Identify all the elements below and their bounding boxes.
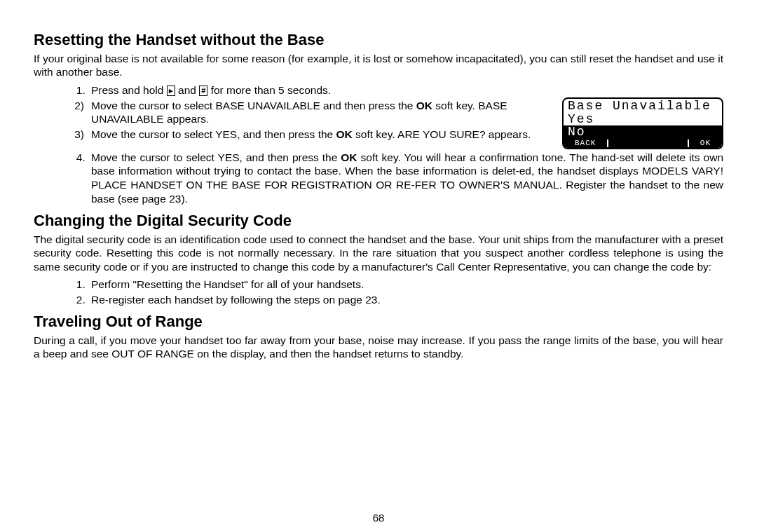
sec2-step-2: Re-register each handset by following th… (88, 293, 723, 307)
manual-page: Resetting the Handset without the Base I… (0, 0, 757, 532)
step-4: Move the cursor to select YES, and then … (88, 151, 723, 206)
step-2-and-3-block: 2) Move the cursor to select BASE UNAVAI… (70, 99, 723, 149)
page-number: 68 (0, 512, 757, 524)
lcd-option-yes: Yes (564, 112, 722, 125)
lcd-screenshot: Base Unavailable Yes No BACK OK (562, 97, 723, 149)
step-1: Press and hold ▸ and # for more than 5 s… (88, 83, 723, 97)
heading-range: Traveling Out of Range (34, 313, 723, 331)
intro-reset: If your original base is not available f… (34, 52, 723, 79)
steps-security: Perform "Resetting the Handset" for all … (34, 278, 723, 307)
softkey-ok: OK (688, 139, 722, 147)
lcd-title: Base Unavailable (564, 99, 722, 112)
steps-reset: Press and hold ▸ and # for more than 5 s… (34, 83, 723, 206)
pound-key-icon: # (199, 86, 207, 96)
heading-security: Changing the Digital Security Code (34, 212, 723, 230)
sec2-step-1: Perform "Resetting the Handset" for all … (88, 278, 723, 292)
heading-reset: Resetting the Handset without the Base (34, 31, 723, 49)
softkey-back: BACK (564, 139, 608, 147)
handset-key-icon: ▸ (167, 86, 175, 96)
lcd-option-no: No (564, 125, 722, 139)
body-range: During a call, if you move your handset … (34, 334, 723, 361)
intro-security: The digital security code is an identifi… (34, 233, 723, 273)
lcd-softkeys: BACK OK (564, 139, 722, 148)
